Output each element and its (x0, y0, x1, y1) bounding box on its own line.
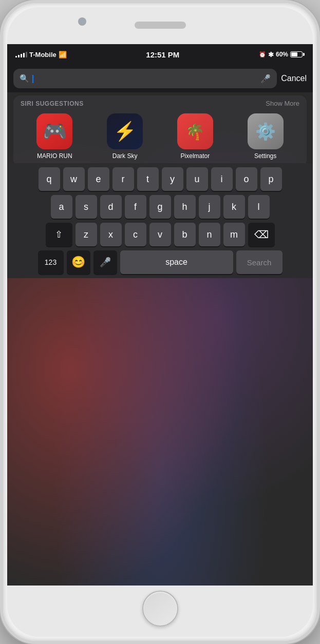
app-item-mario[interactable]: 🎮 MARIO RUN (36, 113, 72, 160)
settings-icon-image: ⚙️ (255, 122, 276, 141)
key-delete[interactable]: ⌫ (248, 223, 275, 246)
key-l[interactable]: l (248, 195, 270, 219)
alarm-icon: ⏰ (259, 51, 266, 58)
keyboard: q w e r t y u i o p a s (7, 163, 313, 278)
signal-bar-2 (18, 55, 20, 57)
signal-strength (15, 51, 27, 57)
search-area: 🔍 🎤 Cancel (7, 65, 313, 92)
key-c[interactable]: c (125, 223, 146, 246)
key-z[interactable]: z (76, 223, 97, 246)
settings-app-label: Settings (254, 152, 276, 160)
key-i[interactable]: i (211, 167, 233, 191)
app-item-settings[interactable]: ⚙️ Settings (248, 113, 284, 160)
key-numbers[interactable]: 123 (38, 250, 64, 274)
key-w[interactable]: w (63, 167, 85, 191)
screen: T-Mobile 📶 12:51 PM ⏰ ✱ 60% (7, 44, 313, 586)
mario-app-label: MARIO RUN (37, 152, 72, 160)
mario-icon-image: 🎮 (43, 120, 67, 143)
key-b[interactable]: b (174, 223, 196, 246)
show-more-button[interactable]: Show More (266, 100, 299, 107)
pixelmator-app-label: Pixelmator (181, 152, 210, 160)
screen-content: T-Mobile 📶 12:51 PM ⏰ ✱ 60% (7, 44, 313, 278)
battery-percent: 60% (276, 51, 288, 58)
key-shift[interactable]: ⇧ (46, 223, 72, 246)
keyboard-row-2: a s d f g h j k l (9, 195, 311, 219)
siri-suggestions-header: SIRI SUGGESTIONS Show More (13, 95, 307, 109)
cancel-button[interactable]: Cancel (281, 74, 307, 83)
keyboard-row-1: q w e r t y u i o p (9, 167, 311, 191)
key-e[interactable]: e (88, 167, 109, 191)
key-v[interactable]: v (149, 223, 171, 246)
phone-inner: T-Mobile 📶 12:51 PM ⏰ ✱ 60% (7, 7, 313, 637)
status-left: T-Mobile 📶 (15, 51, 67, 58)
earpiece-speaker (135, 22, 186, 29)
settings-app-icon: ⚙️ (248, 113, 284, 149)
key-d[interactable]: d (100, 195, 122, 219)
key-o[interactable]: o (236, 167, 257, 191)
key-m[interactable]: m (223, 223, 245, 246)
home-button[interactable] (142, 591, 178, 627)
signal-bar-4 (23, 53, 25, 57)
key-h[interactable]: h (174, 195, 196, 219)
app-item-darksky[interactable]: ⚡ Dark Sky (107, 113, 143, 160)
pixelmator-app-icon: 🌴 (177, 113, 213, 149)
siri-suggestions-title: SIRI SUGGESTIONS (21, 100, 84, 107)
key-microphone[interactable]: 🎤 (93, 250, 117, 274)
key-a[interactable]: a (51, 195, 72, 219)
front-camera (78, 17, 86, 26)
key-f[interactable]: f (125, 195, 146, 219)
keyboard-row-3: ⇧ z x c v b n m ⌫ (9, 223, 311, 246)
key-y[interactable]: y (162, 167, 183, 191)
key-k[interactable]: k (223, 195, 245, 219)
pixelmator-icon-image: 🌴 (185, 123, 204, 141)
key-j[interactable]: j (199, 195, 220, 219)
key-space[interactable]: space (120, 250, 233, 274)
app-item-pixelmator[interactable]: 🌴 Pixelmator (177, 113, 213, 160)
battery-body (290, 51, 303, 57)
key-r[interactable]: r (112, 167, 134, 191)
search-icon: 🔍 (20, 74, 29, 83)
search-input[interactable] (32, 74, 257, 83)
search-box[interactable]: 🔍 🎤 (13, 69, 277, 88)
status-right: ⏰ ✱ 60% (259, 51, 305, 58)
mario-app-icon: 🎮 (36, 113, 72, 149)
key-x[interactable]: x (100, 223, 122, 246)
key-t[interactable]: t (137, 167, 159, 191)
key-p[interactable]: p (260, 167, 282, 191)
darksky-app-icon: ⚡ (107, 113, 143, 149)
key-search[interactable]: Search (236, 250, 283, 274)
darksky-app-label: Dark Sky (112, 152, 138, 160)
key-g[interactable]: g (149, 195, 171, 219)
signal-bar-3 (21, 54, 22, 57)
phone-frame: T-Mobile 📶 12:51 PM ⏰ ✱ 60% (0, 0, 320, 644)
status-bar: T-Mobile 📶 12:51 PM ⏰ ✱ 60% (7, 44, 313, 65)
wifi-icon: 📶 (59, 51, 67, 58)
suggested-apps-row: 🎮 MARIO RUN ⚡ Dark Sky (13, 109, 307, 167)
key-emoji[interactable]: 😊 (67, 250, 90, 274)
battery-indicator (290, 51, 305, 57)
text-cursor (32, 75, 33, 83)
time-display: 12:51 PM (146, 50, 179, 59)
key-u[interactable]: u (186, 167, 208, 191)
microphone-icon[interactable]: 🎤 (260, 74, 271, 84)
bluetooth-icon: ✱ (268, 51, 274, 58)
battery-tip (303, 53, 305, 56)
battery-fill (291, 52, 297, 56)
key-q[interactable]: q (39, 167, 60, 191)
key-n[interactable]: n (199, 223, 220, 246)
siri-suggestions-section: SIRI SUGGESTIONS Show More 🎮 MARIO RUN (13, 95, 307, 167)
carrier-label: T-Mobile (29, 51, 57, 58)
key-s[interactable]: s (76, 195, 97, 219)
darksky-icon-image: ⚡ (114, 121, 137, 142)
signal-bar-5 (26, 52, 27, 57)
keyboard-row-bottom: 123 😊 🎤 space Search (9, 250, 311, 274)
signal-bar-1 (15, 56, 17, 57)
